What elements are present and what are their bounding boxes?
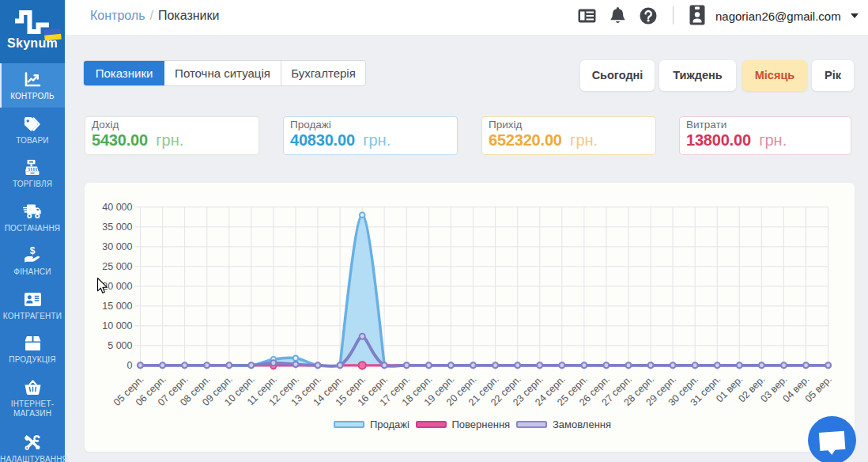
svg-text:$: $ bbox=[30, 246, 36, 256]
